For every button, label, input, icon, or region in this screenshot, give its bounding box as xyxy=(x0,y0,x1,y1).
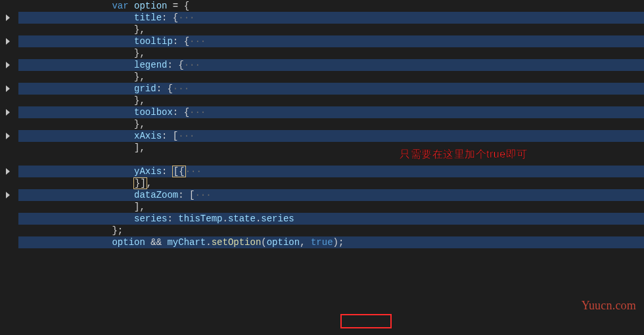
code-token: grid xyxy=(134,83,156,94)
code-token: : xyxy=(167,213,178,224)
code-line[interactable]: legend: {··· xyxy=(18,59,644,71)
code-token: myChart xyxy=(167,237,206,248)
code-line[interactable]: }; xyxy=(18,225,644,236)
code-token: title xyxy=(134,12,162,23)
code-token: tooltip xyxy=(134,36,173,47)
code-token: ··· xyxy=(195,190,211,200)
code-token: ], xyxy=(134,202,145,212)
code-token: setOption xyxy=(212,237,262,248)
code-token: true xyxy=(311,237,333,248)
code-line[interactable]: option && myChart.setOption(option, true… xyxy=(18,236,644,248)
chevron-right-icon[interactable] xyxy=(4,61,12,69)
code-token: ··· xyxy=(178,12,195,23)
code-line[interactable]: }, xyxy=(18,24,644,35)
code-token: thisTemp xyxy=(178,213,222,224)
code-token: series xyxy=(134,213,167,224)
code-token: }, xyxy=(134,119,145,129)
chevron-right-icon[interactable] xyxy=(4,132,12,140)
code-line[interactable]: }], xyxy=(18,177,644,189)
code-token: [{ xyxy=(172,166,186,177)
code-line[interactable]: title: {··· xyxy=(18,12,644,24)
code-line[interactable]: grid: {··· xyxy=(18,83,644,95)
code-line[interactable]: dataZoom: [··· xyxy=(18,189,644,201)
code-token: ); xyxy=(333,237,344,248)
chevron-right-icon[interactable] xyxy=(4,14,12,22)
code-token: : [ xyxy=(178,190,195,200)
chevron-right-icon[interactable] xyxy=(4,85,12,93)
code-token: state xyxy=(228,213,256,224)
code-token: legend xyxy=(134,60,167,70)
code-line[interactable]: xAxis: [··· xyxy=(18,130,644,142)
code-token: ( xyxy=(261,237,266,248)
code-token: ], xyxy=(134,143,145,153)
code-token: . xyxy=(222,213,227,224)
code-area[interactable]: var option = { title: {··· }, tooltip: {… xyxy=(18,0,644,335)
code-token: }, xyxy=(134,72,145,82)
code-line[interactable]: ], xyxy=(18,142,644,154)
code-token: }, xyxy=(134,95,145,106)
fold-gutter xyxy=(0,0,18,335)
code-token: && xyxy=(145,237,168,248)
code-token: ··· xyxy=(189,107,206,118)
code-line[interactable]: series: thisTemp.state.series xyxy=(18,213,644,225)
code-line[interactable]: }, xyxy=(18,118,644,130)
code-line[interactable]: }, xyxy=(18,95,644,106)
code-token: : { xyxy=(156,83,173,94)
annotation-label: 只需要在这里加个true即可 xyxy=(400,148,528,160)
code-token: ··· xyxy=(184,60,200,70)
code-token: ··· xyxy=(185,166,202,177)
code-token: }, xyxy=(134,48,145,58)
code-line[interactable]: tooltip: {··· xyxy=(18,35,644,47)
code-line[interactable]: var option = { xyxy=(18,0,644,12)
code-token: : xyxy=(162,166,173,177)
code-token: : { xyxy=(167,60,183,70)
code-line[interactable]: yAxis: [{··· xyxy=(18,166,644,177)
code-token: yAxis xyxy=(134,166,162,177)
code-token: = { xyxy=(167,1,189,11)
code-token: ··· xyxy=(178,131,195,141)
code-line[interactable] xyxy=(18,154,644,166)
code-token: var xyxy=(112,1,134,11)
chevron-right-icon[interactable] xyxy=(4,191,12,199)
code-editor[interactable]: var option = { title: {··· }, tooltip: {… xyxy=(0,0,644,335)
chevron-right-icon[interactable] xyxy=(4,168,12,175)
code-token: : [ xyxy=(162,131,178,141)
code-token: dataZoom xyxy=(134,190,178,200)
code-token: option xyxy=(112,237,145,248)
chevron-right-icon[interactable] xyxy=(4,37,12,45)
code-token: xAxis xyxy=(134,131,162,141)
code-line[interactable]: }, xyxy=(18,47,644,59)
code-token: option xyxy=(134,1,167,11)
code-line[interactable]: ], xyxy=(18,201,644,213)
code-token: , xyxy=(147,178,152,189)
code-token: }, xyxy=(134,24,145,35)
code-token: , xyxy=(300,237,311,248)
code-token: ··· xyxy=(189,36,206,47)
code-token: : { xyxy=(173,36,189,47)
code-line[interactable]: }, xyxy=(18,71,644,83)
code-token: }; xyxy=(112,225,123,236)
code-token: series xyxy=(261,213,294,224)
code-token: : { xyxy=(173,107,189,118)
code-token: ··· xyxy=(173,83,189,94)
watermark: Yuucn.com xyxy=(582,300,636,311)
code-token: : { xyxy=(162,12,178,23)
code-token: toolbox xyxy=(134,107,173,118)
chevron-right-icon[interactable] xyxy=(4,108,12,116)
code-token: . xyxy=(206,237,211,248)
code-line[interactable]: toolbox: {··· xyxy=(18,106,644,118)
code-token: }] xyxy=(133,177,147,189)
code-token: option xyxy=(267,237,300,248)
